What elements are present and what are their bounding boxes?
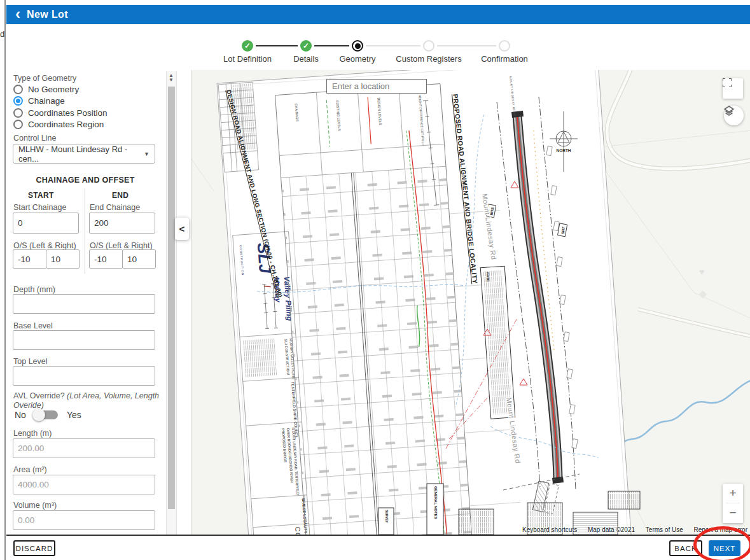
form-scrollbar[interactable]: ▲ ▼	[166, 71, 177, 535]
stepper-connector	[437, 45, 496, 46]
note-label: NOTE:	[486, 272, 490, 283]
end-os-label: O/S (Left & Right)	[90, 241, 153, 250]
avl-override-toggle[interactable]	[36, 410, 58, 419]
survey-label: SURVEY	[385, 510, 389, 523]
zoom-out-button[interactable]: −	[723, 503, 743, 522]
avl-override-toggle-row: No Yes	[15, 410, 81, 420]
area-input[interactable]	[13, 475, 155, 494]
avl-override-label: AVL Override? (Lot Area, Volume, Length …	[13, 391, 161, 410]
dialog-header: ‹ New Lot	[6, 5, 750, 24]
start-os-left-input[interactable]	[13, 249, 46, 269]
base-level-label: Base Level	[13, 321, 53, 330]
map-layers-button[interactable]	[724, 106, 744, 125]
scrollbar-thumb[interactable]	[168, 87, 175, 509]
volume-label: Volume (m³)	[13, 501, 57, 510]
start-os-label: O/S (Left & Right)	[13, 241, 76, 250]
map-fullscreen-button[interactable]	[723, 78, 743, 99]
radio-coordinates-position[interactable]: Coordinates Position	[13, 107, 108, 118]
step-confirmation-icon[interactable]	[499, 40, 510, 52]
footer-bar: DISCARD BACK NEXT	[6, 535, 750, 560]
step-label-geometry: Geometry	[339, 54, 375, 64]
back-chevron-icon[interactable]: ‹	[15, 6, 20, 22]
control-line-select[interactable]: MLHW - Mount Lindesay Rd - cen... ▼	[13, 144, 155, 164]
general-notes-label: GENERAL NOTES	[434, 486, 438, 519]
geometry-form: Type of Geometry No Geometry Chainage Co…	[9, 70, 165, 535]
chainage-offset-title: CHAINAGE AND OFFSET	[9, 176, 162, 185]
back-button[interactable]: BACK	[669, 540, 702, 556]
page-title: New Lot	[27, 9, 68, 20]
end-os-right-input[interactable]	[122, 249, 156, 269]
column-divider	[85, 188, 85, 274]
terms-of-use-link[interactable]: Terms of Use	[646, 526, 683, 533]
volume-input[interactable]	[13, 510, 155, 530]
step-geometry-icon[interactable]	[352, 40, 363, 52]
depth-input[interactable]	[13, 294, 155, 314]
end-header: END	[112, 191, 128, 200]
next-button[interactable]: NEXT	[709, 540, 740, 556]
end-chainage-input[interactable]	[89, 213, 155, 234]
map-canvas: ♥	[191, 70, 750, 535]
step-label-confirmation: Confirmation	[481, 54, 528, 64]
radio-icon-selected	[13, 96, 23, 106]
layers-icon	[724, 106, 734, 116]
depth-label: Depth (mm)	[13, 285, 55, 294]
length-label: Length (m)	[13, 429, 52, 438]
toggle-no-label: No	[15, 410, 26, 420]
radio-icon	[13, 108, 23, 118]
step-details-icon[interactable]: ✓	[300, 40, 312, 52]
length-input[interactable]	[13, 438, 155, 458]
new-lot-dialog: d ‹ New Lot ✓ ✓ Lot Definition Details G…	[0, 0, 750, 560]
map-zoom-control: + −	[723, 484, 743, 523]
scroll-down-arrow[interactable]: ▼	[167, 76, 176, 85]
start-os-right-input[interactable]	[46, 249, 80, 269]
step-label-custom-registers: Custom Registers	[396, 54, 461, 64]
step-label-details: Details	[293, 54, 319, 64]
radio-no-geometry[interactable]: No Geometry	[13, 83, 79, 95]
zoom-in-button[interactable]: +	[723, 484, 743, 503]
stepper-connector	[256, 45, 298, 46]
top-level-label: Top Level	[13, 357, 48, 366]
radio-coordinates-region[interactable]: Coordinates Region	[13, 118, 104, 130]
toggle-yes-label: Yes	[67, 410, 81, 420]
area-label: Area (m²)	[13, 465, 47, 474]
north-label: NORTH	[556, 148, 571, 153]
stepper-connector	[366, 45, 420, 46]
top-level-input[interactable]	[13, 366, 155, 386]
keyboard-shortcuts-link[interactable]: Keyboard shortcuts	[522, 526, 577, 533]
map-data-label: Map data ©2021	[588, 526, 635, 533]
end-chainage-label: End Chainage	[90, 203, 140, 212]
chevron-down-icon: ▼	[144, 151, 149, 157]
step-label-lot-definition: Lot Definition	[223, 54, 272, 64]
stepper-connector	[314, 45, 349, 46]
toggle-knob	[32, 409, 45, 421]
start-header: START	[28, 191, 54, 200]
map-search-input[interactable]	[326, 79, 427, 94]
end-os-left-input[interactable]	[89, 249, 123, 269]
type-of-geometry-label: Type of Geometry	[13, 74, 76, 83]
radio-icon	[13, 85, 23, 94]
map-heart-shape: ♥	[699, 267, 704, 277]
background-page-border	[4, 0, 6, 560]
discard-button[interactable]: DISCARD	[13, 540, 55, 556]
start-chainage-label: Start Chainage	[13, 203, 66, 212]
control-line-label: Control Line	[13, 134, 56, 143]
background-text-fragment: d	[0, 29, 4, 39]
step-custom-registers-icon[interactable]	[423, 40, 434, 52]
map-attribution: Keyboard shortcuts Map data ©2021 Terms …	[513, 526, 747, 533]
radio-chainage[interactable]: Chainage	[13, 95, 65, 106]
start-chainage-input[interactable]	[13, 213, 79, 234]
map-pane[interactable]: ♥	[191, 70, 750, 535]
panel-collapse-button[interactable]: <	[175, 218, 189, 240]
report-map-error-link[interactable]: Report a map error	[694, 526, 747, 533]
base-level-input[interactable]	[13, 330, 155, 350]
radio-icon	[13, 120, 23, 129]
fullscreen-icon	[723, 78, 732, 87]
step-lot-definition-icon[interactable]: ✓	[242, 40, 253, 52]
